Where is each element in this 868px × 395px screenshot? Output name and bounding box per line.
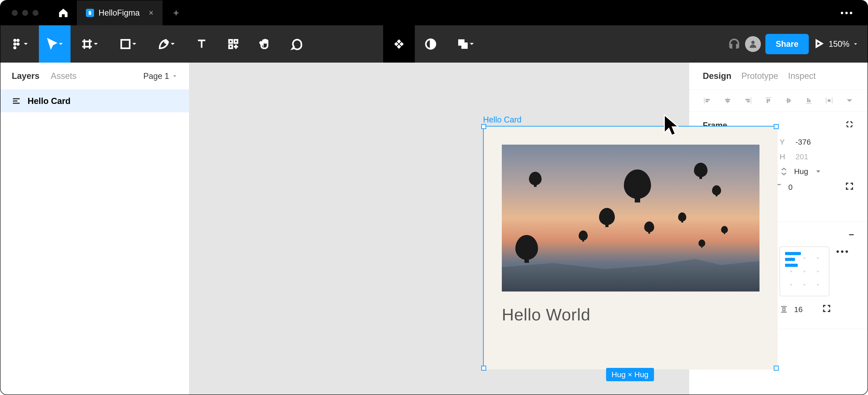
independent-padding-icon[interactable]	[822, 304, 831, 315]
user-avatar[interactable]	[745, 36, 761, 52]
card-title-text[interactable]: Hello World	[502, 305, 760, 324]
layer-row[interactable]: Hello Card	[0, 90, 189, 112]
frame-icon	[81, 38, 93, 51]
svg-point-1	[17, 39, 20, 42]
resize-handle-bl[interactable]	[481, 366, 486, 371]
selection-box[interactable]: Hello World Hug × Hug	[483, 126, 777, 369]
align-right-icon[interactable]	[743, 96, 752, 105]
independent-corners-icon[interactable]	[845, 182, 854, 193]
align-vcenter-icon[interactable]	[784, 96, 793, 105]
main-menu-button[interactable]	[0, 25, 39, 63]
file-tab[interactable]: HelloFigma ×	[77, 0, 162, 25]
h-field[interactable]: H201	[780, 152, 847, 161]
resize-handle-br[interactable]	[774, 366, 779, 371]
cursor-icon	[46, 38, 58, 51]
svg-rect-7	[229, 40, 232, 43]
page-selector-label: Page 1	[143, 71, 169, 81]
resources-tool[interactable]	[217, 25, 249, 63]
chevron-down-icon	[132, 41, 137, 47]
autolayout-advanced-icon[interactable]: •••	[836, 246, 850, 257]
tab-design[interactable]: Design	[703, 71, 732, 81]
balloon-icon	[515, 235, 538, 260]
align-bottom-icon[interactable]	[804, 96, 813, 105]
figma-file-icon	[86, 9, 94, 17]
svg-rect-8	[235, 40, 238, 43]
pen-tool[interactable]	[147, 25, 186, 63]
mask-tool[interactable]	[415, 25, 446, 63]
tab-inspect[interactable]: Inspect	[788, 71, 816, 81]
svg-rect-5	[121, 40, 129, 48]
card-image[interactable]	[502, 144, 760, 292]
resize-handle-tl[interactable]	[481, 124, 486, 129]
chevron-down-icon	[469, 41, 475, 47]
svg-point-13	[751, 41, 755, 44]
vertical-resize-field[interactable]: Hug	[780, 167, 847, 176]
chevron-down-icon	[58, 41, 64, 47]
svg-point-3	[17, 42, 20, 46]
tab-assets[interactable]: Assets	[51, 71, 76, 81]
close-tab-icon[interactable]: ×	[144, 8, 153, 18]
chevron-down-icon	[93, 41, 99, 47]
alignment-box[interactable]	[780, 246, 829, 296]
radius-field[interactable]: 0	[774, 183, 836, 192]
y-field[interactable]: Y-376	[780, 138, 847, 146]
size-badge: Hug × Hug	[606, 368, 654, 381]
remove-autolayout-icon[interactable]: −	[849, 230, 854, 240]
home-icon	[58, 7, 69, 19]
svg-point-0	[13, 39, 17, 42]
frame-tool[interactable]	[70, 25, 109, 63]
share-button[interactable]: Share	[765, 34, 809, 54]
align-top-icon[interactable]	[764, 96, 773, 105]
home-tab[interactable]	[50, 0, 77, 25]
audio-button[interactable]	[728, 37, 741, 51]
align-left-icon[interactable]	[703, 96, 712, 105]
svg-rect-9	[229, 45, 232, 48]
boolean-tool[interactable]	[446, 25, 485, 63]
new-tab-button[interactable]: +	[162, 0, 190, 25]
chevron-down-icon	[172, 73, 178, 79]
tab-prototype[interactable]: Prototype	[741, 71, 778, 81]
balloon-icon	[599, 208, 615, 225]
chevron-down-icon[interactable]	[845, 96, 854, 105]
chevron-down-icon	[852, 41, 859, 47]
balloon-icon	[529, 172, 541, 185]
zoom-selector[interactable]: 150%	[829, 39, 859, 49]
align-hcenter-icon[interactable]	[723, 96, 732, 105]
fit-frame-icon[interactable]	[845, 120, 854, 131]
canvas[interactable]: Hello Card	[189, 63, 689, 395]
balloon-icon	[624, 169, 651, 199]
tab-layers[interactable]: Layers	[12, 71, 39, 81]
overflow-menu-icon[interactable]: •••	[840, 8, 868, 18]
hug-vertical-icon	[780, 167, 788, 176]
padding-v-field[interactable]: 16	[780, 304, 847, 315]
comment-tool[interactable]	[281, 25, 312, 63]
play-icon	[813, 38, 824, 49]
person-icon	[748, 39, 758, 49]
left-panel-tabs: Layers Assets Page 1	[0, 63, 189, 90]
close-window-icon[interactable]	[12, 10, 18, 16]
balloon-icon	[644, 222, 654, 232]
balloon-icon	[721, 226, 728, 233]
balloon-icon	[712, 185, 721, 195]
chevron-down-icon	[23, 41, 29, 47]
balloon-icon	[579, 230, 588, 240]
component-tool[interactable]	[383, 25, 415, 63]
resize-handle-tr[interactable]	[774, 124, 779, 129]
alignment-controls	[689, 90, 868, 112]
selection-label[interactable]: Hello Card	[483, 115, 522, 125]
layer-name: Hello Card	[28, 96, 70, 106]
distribute-icon[interactable]	[825, 96, 834, 105]
svg-rect-12	[461, 42, 468, 49]
minimize-window-icon[interactable]	[22, 10, 28, 16]
shape-tool[interactable]	[109, 25, 147, 63]
maximize-window-icon[interactable]	[33, 10, 38, 16]
headphones-icon	[728, 37, 741, 50]
hello-card-frame[interactable]: Hello World	[484, 127, 778, 369]
comment-icon	[290, 38, 303, 51]
hand-tool[interactable]	[249, 25, 281, 63]
page-selector[interactable]: Page 1	[143, 71, 178, 81]
balloon-icon	[699, 239, 705, 247]
move-tool[interactable]	[39, 25, 70, 63]
present-button[interactable]	[813, 38, 824, 50]
text-tool[interactable]	[186, 25, 217, 63]
